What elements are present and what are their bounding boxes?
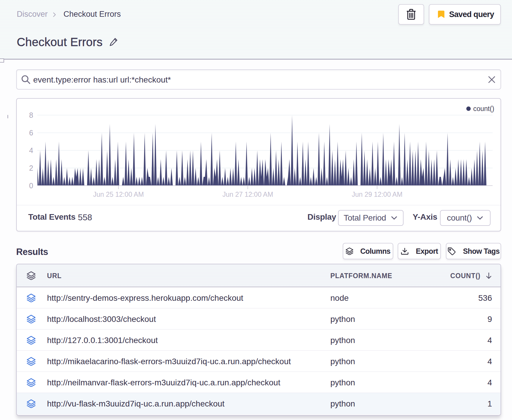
svg-text:Jun 29 12:00 AM: Jun 29 12:00 AM [352, 191, 403, 198]
svg-text:2: 2 [29, 164, 33, 172]
svg-text:0: 0 [29, 182, 33, 190]
svg-text:6: 6 [29, 129, 33, 137]
svg-text:Jun 27 12:00 AM: Jun 27 12:00 AM [222, 191, 273, 198]
svg-text:Jun 25 12:00 AM: Jun 25 12:00 AM [93, 191, 144, 198]
svg-text:count(): count() [473, 105, 494, 112]
svg-text:8: 8 [29, 111, 33, 119]
svg-text:4: 4 [29, 146, 33, 154]
